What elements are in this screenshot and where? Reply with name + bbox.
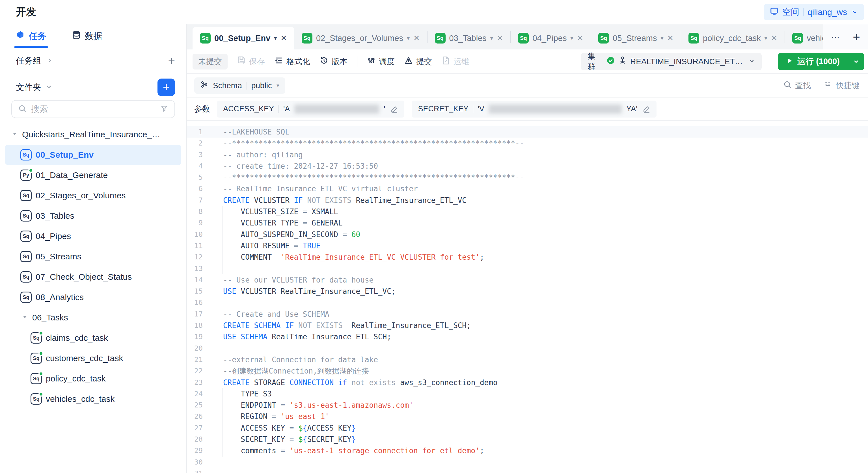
- version-button[interactable]: 版本: [320, 56, 347, 67]
- tree-item-00_Setup_Env[interactable]: Sq00_Setup_Env: [5, 145, 181, 165]
- tab-label: 05_Streams: [613, 34, 657, 43]
- tab-caret-icon[interactable]: ▾: [407, 35, 410, 41]
- add-file-button[interactable]: +: [157, 78, 175, 96]
- code-line-14[interactable]: 14-- Use our VCLUSTER for data house: [187, 274, 868, 286]
- code-line-29[interactable]: 29 comments = 'us-east-1 storage connect…: [187, 445, 868, 456]
- tab-close-icon[interactable]: ✕: [771, 34, 777, 43]
- tree-item-03_Tables[interactable]: Sq03_Tables: [5, 206, 181, 226]
- sidebar-tab-数据[interactable]: 数据: [72, 24, 102, 48]
- run-button-main[interactable]: 运行 (1000): [778, 56, 848, 67]
- workspace-switcher[interactable]: 空间 qiliang_ws: [764, 4, 864, 20]
- version-icon: [320, 56, 328, 67]
- code-line-19[interactable]: 19USE SCHEMA RealTime_Insurance_ETL_SCH;: [187, 331, 868, 342]
- code-line-31[interactable]: 31: [187, 468, 868, 473]
- sql-code-editor[interactable]: 1--LAKEHOUSE SQL2--*********************…: [187, 121, 868, 473]
- tree-item-policy_cdc_task[interactable]: Sqpolicy_cdc_task: [5, 368, 181, 389]
- schema-selector[interactable]: Schema public ▾: [194, 77, 285, 94]
- tree-item-customers_cdc_task[interactable]: Sqcustomers_cdc_task: [5, 348, 181, 368]
- shortcuts-button[interactable]: 快捷键: [823, 80, 860, 91]
- run-button[interactable]: 运行 (1000): [778, 53, 864, 70]
- add-task-group-button[interactable]: +: [168, 55, 175, 67]
- tree-item-05_Streams[interactable]: Sq05_Streams: [5, 246, 181, 267]
- tab-close-icon[interactable]: ✕: [667, 34, 674, 43]
- code-line-25[interactable]: 25 ENDPOINT = 's3.us-east-1.amazonaws.co…: [187, 400, 868, 411]
- code-line-3[interactable]: 3-- author: qiliang: [187, 149, 868, 161]
- find-button[interactable]: 查找: [783, 80, 811, 91]
- submit-button[interactable]: 提交: [404, 56, 432, 67]
- tree-item-01_Data_Generate[interactable]: Py01_Data_Generate: [5, 165, 181, 185]
- tab-close-icon[interactable]: ✕: [280, 34, 287, 43]
- caret-down-icon[interactable]: [22, 314, 28, 321]
- editor-tab-00_Setup_Env[interactable]: Sq00_Setup_Env▾✕: [192, 27, 294, 49]
- editor-tab-policy_cdc_task[interactable]: Sqpolicy_cdc_task▾✕: [681, 27, 784, 49]
- tab-caret-icon[interactable]: ▾: [570, 35, 573, 41]
- editor-tab-03_Tables[interactable]: Sq03_Tables▾✕: [428, 27, 510, 49]
- caret-down-icon[interactable]: [12, 131, 18, 138]
- tab-caret-icon[interactable]: ▾: [765, 35, 767, 41]
- tab-close-icon[interactable]: ✕: [413, 34, 420, 43]
- tab-caret-icon[interactable]: ▾: [274, 35, 277, 41]
- sidebar-tab-任务[interactable]: 任务: [16, 24, 46, 48]
- code-line-7[interactable]: 7CREATE VCLUSTER IF NOT EXISTS RealTime_…: [187, 195, 868, 206]
- code-line-23[interactable]: 23CREATE STORAGE CONNECTION if not exist…: [187, 377, 868, 388]
- search-box[interactable]: [11, 100, 175, 118]
- editor-tab-04_Pipes[interactable]: Sq04_Pipes▾✕: [510, 27, 591, 49]
- edit-pencil-icon[interactable]: [643, 105, 650, 113]
- tab-caret-icon[interactable]: ▾: [660, 35, 663, 41]
- code-line-17[interactable]: 17-- Create and Use SCHEMA: [187, 309, 868, 320]
- param-value-suffix: YA': [626, 105, 637, 113]
- new-tab-button[interactable]: +: [853, 31, 860, 43]
- code-line-16[interactable]: 16: [187, 297, 868, 308]
- code-line-1[interactable]: 1--LAKEHOUSE SQL: [187, 126, 868, 138]
- format-button[interactable]: 格式化: [275, 56, 310, 67]
- tree-item-08_Analytics[interactable]: Sq08_Analytics: [5, 287, 181, 307]
- tree-item-06_Tasks[interactable]: 06_Tasks: [5, 307, 181, 328]
- code-line-4[interactable]: 4-- create time: 2024-12-27 16:53:50: [187, 161, 868, 172]
- tree-item-Quickstarts_RealTime_Insurance_-[interactable]: Quickstarts_RealTime_Insurance_…: [5, 124, 181, 145]
- code-line-22[interactable]: 22--创建数据湖Connection,到数据湖的连接: [187, 365, 868, 377]
- code-line-20[interactable]: 20: [187, 343, 868, 354]
- tree-item-07_Check_Object_Status[interactable]: Sq07_Check_Object_Status: [5, 267, 181, 287]
- folder-row[interactable]: 文件夹 +: [0, 78, 186, 97]
- filter-icon[interactable]: [160, 105, 168, 113]
- code-line-21[interactable]: 21--external Connection for data lake: [187, 354, 868, 365]
- tree-item-claims_cdc_task[interactable]: Sqclaims_cdc_task: [5, 328, 181, 348]
- schedule-button[interactable]: 调度: [367, 56, 395, 67]
- param-ACCESS_KEY[interactable]: ACCESS_KEY'A': [217, 101, 404, 117]
- search-input[interactable]: [31, 104, 156, 114]
- code-line-15[interactable]: 15USE VCLUSTER RealTime_Insurance_ETL_VC…: [187, 286, 868, 297]
- code-line-10[interactable]: 10 AUTO_SUSPEND_IN_SECOND = 60: [187, 229, 868, 240]
- tree-item-04_Pipes[interactable]: Sq04_Pipes: [5, 226, 181, 246]
- tree-item-vehicles_cdc_task[interactable]: Sqvehicles_cdc_task: [5, 389, 181, 409]
- run-options-button[interactable]: [848, 53, 864, 70]
- tree-item-02_Stages_or_Volumes[interactable]: Sq02_Stages_or_Volumes: [5, 185, 181, 206]
- code-line-18[interactable]: 18CREATE SCHEMA IF NOT EXISTS RealTime_I…: [187, 320, 868, 331]
- cluster-selector[interactable]: 集群 REALTIME_INSURANCE_ETL_…: [581, 53, 762, 70]
- editor-tab-02_Stages_or_Volumes[interactable]: Sq02_Stages_or_Volumes▾✕: [294, 27, 427, 49]
- code-line-11[interactable]: 11 AUTO_RESUME = TRUE: [187, 240, 868, 251]
- code-line-24[interactable]: 24 TYPE S3: [187, 388, 868, 400]
- save-button[interactable]: 保存: [237, 56, 265, 67]
- task-group-row[interactable]: 任务组 +: [0, 48, 186, 74]
- tab-caret-icon[interactable]: ▾: [490, 35, 493, 41]
- code-line-28[interactable]: 28 SECRET_KEY = ${SECRET_KEY}: [187, 434, 868, 445]
- tab-close-icon[interactable]: ✕: [577, 34, 583, 43]
- code-line-13[interactable]: 13: [187, 263, 868, 274]
- code-line-8[interactable]: 8 VCLUSTER_SIZE = XSMALL: [187, 206, 868, 217]
- more-tabs-button[interactable]: ⋯: [831, 32, 841, 42]
- code-line-9[interactable]: 9 VCLUSTER_TYPE = GENERAL: [187, 217, 868, 229]
- code-line-30[interactable]: 30: [187, 457, 868, 468]
- line-number: 9: [187, 217, 203, 229]
- code-line-5[interactable]: 5--*************************************…: [187, 172, 868, 183]
- ops-button[interactable]: 运维: [442, 56, 469, 67]
- code-token: {: [303, 435, 307, 444]
- param-SECRET_KEY[interactable]: SECRET_KEY'VYA': [412, 101, 656, 117]
- code-line-27[interactable]: 27 ACCESS_KEY = ${ACCESS_KEY}: [187, 423, 868, 434]
- tab-close-icon[interactable]: ✕: [497, 34, 503, 43]
- editor-tab-05_Streams[interactable]: Sq05_Streams▾✕: [591, 27, 681, 49]
- code-line-12[interactable]: 12 COMMENT 'RealTime_Insurance_ETL_VC VC…: [187, 251, 868, 263]
- code-line-26[interactable]: 26 REGION = 'us-east-1': [187, 411, 868, 422]
- edit-pencil-icon[interactable]: [391, 105, 398, 113]
- code-line-6[interactable]: 6-- RealTime_Insurance_ETL_VC virtual cl…: [187, 183, 868, 194]
- code-line-2[interactable]: 2--*************************************…: [187, 138, 868, 149]
